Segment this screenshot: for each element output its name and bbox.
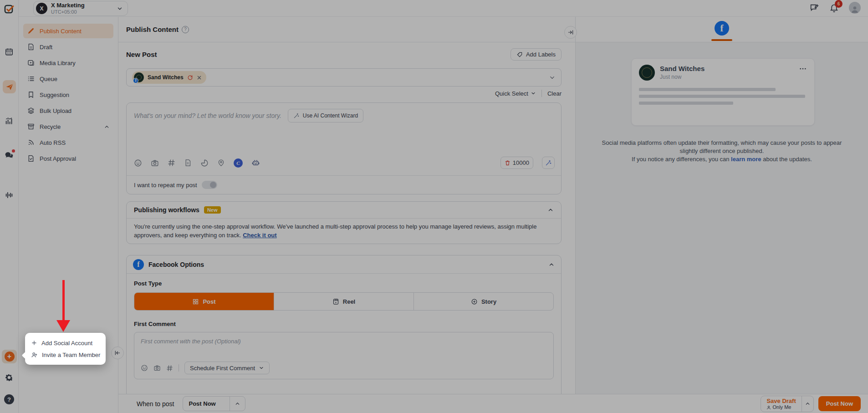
- coachmark-overlay: [0, 0, 868, 413]
- invite-team-member-item[interactable]: Invite a Team Member: [31, 352, 100, 358]
- app-window: + ? X X Marketing UTC+05:00 6: [0, 0, 868, 413]
- person-plus-icon: [31, 352, 38, 358]
- add-account-popup: Add Social Account Invite a Team Member: [25, 333, 106, 365]
- red-arrow: [62, 280, 65, 321]
- red-arrow-head: [56, 320, 70, 332]
- plus-icon: [31, 340, 37, 346]
- add-social-account-item[interactable]: Add Social Account: [31, 340, 100, 347]
